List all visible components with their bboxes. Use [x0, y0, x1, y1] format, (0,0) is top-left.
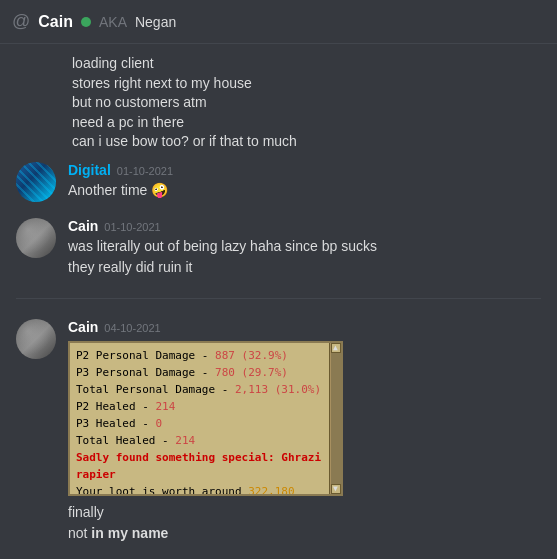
cain-message-2: Cain 04-10-2021 P2 Personal Damage - 887…: [0, 311, 557, 552]
message-header: Digital 01-10-2021: [68, 162, 541, 178]
list-item: P2 Personal Damage - 887 (32.9%): [76, 347, 335, 364]
list-item: need a pc in there: [72, 113, 541, 133]
digital-message: Digital 01-10-2021 Another time 🤪: [0, 154, 557, 210]
aka-label: AKA: [99, 14, 127, 30]
message-header: Cain 01-10-2021: [68, 218, 541, 234]
message-content: Cain 04-10-2021 P2 Personal Damage - 887…: [68, 319, 541, 544]
list-item: P2 Healed - 214: [76, 398, 335, 415]
list-item: P3 Personal Damage - 780 (29.7%): [76, 364, 335, 381]
cain-message-1: Cain 01-10-2021 was literally out of bei…: [0, 210, 557, 286]
scroll-up[interactable]: ▲: [331, 343, 341, 353]
game-special: Sadly found something special: Ghrazi ra…: [76, 449, 335, 483]
at-icon: @: [12, 11, 30, 32]
message-line-2: not in my name: [68, 523, 541, 544]
message-header: Cain 04-10-2021: [68, 319, 541, 335]
header: @ Cain AKA Negan: [0, 0, 557, 44]
list-item: Total Personal Damage - 2,113 (31.0%): [76, 381, 335, 398]
message-username: Cain: [68, 319, 98, 335]
message-timestamp: 04-10-2021: [104, 322, 160, 334]
game-loot: Your loot is worth around 322,180 coins.: [76, 483, 335, 496]
online-status-dot: [81, 17, 91, 27]
scroll-track: [331, 353, 341, 484]
message-username: Digital: [68, 162, 111, 178]
message-line-1: was literally out of being lazy haha sin…: [68, 236, 541, 257]
chat-area: loading client stores right next to my h…: [0, 44, 557, 559]
list-item: P3 Healed - 0: [76, 415, 335, 432]
message-timestamp: 01-10-2021: [117, 165, 173, 177]
game-screenshot: P2 Personal Damage - 887 (32.9%) P3 Pers…: [68, 341, 343, 496]
section-divider: [16, 298, 541, 299]
message-line-2: they really did ruin it: [68, 257, 541, 278]
list-item: stores right next to my house: [72, 74, 541, 94]
list-item: Total Healed - 214: [76, 432, 335, 449]
list-item: loading client: [72, 54, 541, 74]
game-content: P2 Personal Damage - 887 (32.9%) P3 Pers…: [70, 343, 341, 496]
scrollbar[interactable]: ▲ ▼: [329, 343, 341, 494]
list-item: can i use bow too? or if that to much: [72, 132, 541, 152]
avatar: [16, 162, 56, 202]
message-content: Cain 01-10-2021 was literally out of bei…: [68, 218, 541, 278]
text-prefix: not: [68, 525, 91, 541]
avatar: [16, 319, 56, 359]
header-aka-name: Negan: [135, 14, 176, 30]
scroll-down[interactable]: ▼: [331, 484, 341, 494]
continued-messages: loading client stores right next to my h…: [0, 52, 557, 154]
avatar: [16, 218, 56, 258]
message-line-1: finally: [68, 502, 541, 523]
message-username: Cain: [68, 218, 98, 234]
header-username: Cain: [38, 13, 73, 31]
text-bold: in my name: [91, 525, 168, 541]
message-timestamp: 01-10-2021: [104, 221, 160, 233]
message-content: Digital 01-10-2021 Another time 🤪: [68, 162, 541, 201]
list-item: but no customers atm: [72, 93, 541, 113]
message-text: Another time 🤪: [68, 180, 541, 201]
